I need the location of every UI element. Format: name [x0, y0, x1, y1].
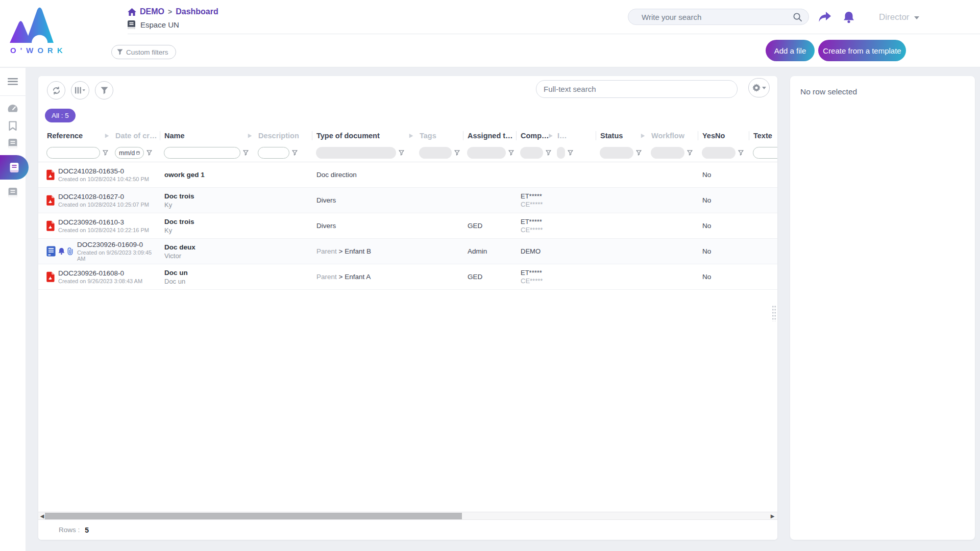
table-filter-row: mm/d	[38, 144, 777, 162]
filter-funnel-icon[interactable]	[146, 150, 152, 156]
app-logo[interactable]: O'WORK	[7, 4, 66, 55]
breadcrumb: DEMO > Dashboard	[128, 7, 218, 16]
column-header-reference[interactable]: Reference▶	[43, 131, 111, 140]
filter-texte-input[interactable]	[753, 147, 777, 159]
column-header-date[interactable]: Date of cr…	[111, 131, 160, 140]
filter-button[interactable]	[95, 81, 113, 99]
table-row[interactable]: DOC241028-01627-0 Created on 10/28/2024 …	[38, 188, 777, 213]
scroll-right-arrow-icon[interactable]: ▶	[770, 513, 775, 519]
cell-assigned: GED	[463, 222, 517, 230]
refresh-button[interactable]	[47, 81, 65, 99]
sidebar-item-ged-active[interactable]	[0, 155, 29, 180]
cell-name: Doc un Doc un	[160, 269, 312, 285]
menu-hamburger-icon[interactable]	[0, 73, 26, 90]
filter-reference-input[interactable]	[46, 147, 100, 159]
notifications-bell-icon[interactable]	[843, 11, 856, 23]
user-menu[interactable]: Director	[879, 12, 919, 22]
panel-resize-handle[interactable]	[772, 305, 776, 321]
filter-funnel-icon[interactable]	[399, 150, 404, 156]
column-header-status[interactable]: Status▶	[596, 131, 647, 140]
filter-funnel-icon[interactable]	[636, 150, 642, 156]
filter-date-input[interactable]: mm/d	[115, 147, 144, 159]
column-header-type[interactable]: Type of document▶	[312, 131, 415, 140]
journal-icon	[10, 163, 19, 172]
calendar-icon[interactable]	[136, 150, 140, 156]
cell-yesno: No	[698, 196, 749, 204]
search-icon[interactable]	[793, 12, 802, 22]
filter-assigned-select[interactable]	[467, 147, 506, 159]
filter-description	[254, 147, 312, 159]
sidebar-item-dashboard[interactable]	[0, 100, 26, 117]
column-header-company[interactable]: Comp…▶	[517, 131, 553, 140]
table-row[interactable]: DOC230926-01608-0 Created on 9/26/2023 3…	[38, 264, 777, 290]
filter-type-select[interactable]	[316, 147, 396, 159]
column-header-texte[interactable]: Texte	[749, 131, 777, 140]
global-search	[628, 9, 809, 25]
cell-reference: w DOC230926-01609-0 Created on 9/26/2023…	[43, 241, 160, 262]
create-from-template-button[interactable]: Create from a template	[818, 40, 906, 61]
column-header-name[interactable]: Name▶	[160, 131, 254, 140]
breadcrumb-current[interactable]: Dashboard	[176, 7, 218, 16]
expand-group-icon[interactable]: ▶	[549, 133, 553, 139]
filter-yesno-select[interactable]	[702, 147, 736, 159]
cell-type: Doc direction	[312, 171, 463, 179]
filter-description-input[interactable]	[258, 147, 289, 159]
horizontal-scrollbar[interactable]: ◀ ▶	[38, 512, 777, 520]
filter-funnel-icon[interactable]	[546, 150, 551, 156]
cell-company: ET***** CE*****	[517, 269, 596, 285]
custom-filters-button[interactable]: Custom filters	[111, 45, 176, 59]
filter-funnel-icon[interactable]	[508, 150, 514, 156]
chevron-down-icon	[914, 16, 919, 19]
column-header-yesno[interactable]: YesNo	[698, 131, 749, 140]
detail-panel: No row selected	[790, 76, 975, 540]
sidebar-divider	[0, 95, 26, 96]
filter-i-select[interactable]	[557, 147, 565, 159]
sidebar	[0, 68, 26, 551]
filter-funnel-icon[interactable]	[243, 150, 249, 156]
table-footer: Rows : 5	[38, 520, 777, 540]
columns-button[interactable]	[71, 81, 89, 99]
cell-name: Doc deux Victor	[160, 243, 312, 260]
column-header-i[interactable]: I…	[553, 131, 596, 140]
filter-type	[312, 147, 415, 159]
table-settings-button[interactable]	[748, 78, 770, 97]
filter-funnel-icon	[101, 87, 108, 94]
filter-funnel-icon[interactable]	[454, 150, 460, 156]
filter-funnel-icon[interactable]	[687, 150, 693, 156]
add-file-button[interactable]: Add a file	[766, 40, 815, 61]
filter-funnel-icon[interactable]	[292, 150, 298, 156]
expand-group-icon[interactable]: ▶	[409, 133, 413, 139]
sidebar-item-bookmarks[interactable]	[0, 117, 26, 135]
column-header-description[interactable]: Description	[254, 131, 312, 140]
sidebar-item-documents[interactable]	[0, 135, 26, 152]
filter-name-input[interactable]	[164, 147, 240, 159]
expand-group-icon[interactable]: ▶	[248, 133, 252, 139]
sidebar-item-archives[interactable]	[0, 184, 26, 201]
filter-funnel-icon[interactable]	[568, 150, 573, 156]
fulltext-search-input[interactable]	[544, 85, 730, 93]
expand-group-icon[interactable]: ▶	[641, 133, 645, 139]
filter-tags	[415, 147, 463, 159]
column-header-assigned[interactable]: Assigned t…	[463, 131, 517, 140]
filter-status-select[interactable]	[600, 147, 633, 159]
column-header-workflow[interactable]: Workflow	[647, 131, 698, 140]
scroll-left-arrow-icon[interactable]: ◀	[39, 513, 45, 519]
global-search-input[interactable]	[642, 13, 793, 21]
table-row[interactable]: DOC241028-01635-0 Created on 10/28/2024 …	[38, 162, 777, 188]
expand-group-icon[interactable]: ▶	[105, 133, 109, 139]
home-icon[interactable]	[128, 8, 136, 16]
filter-funnel-icon[interactable]	[103, 150, 108, 156]
filter-tags-select[interactable]	[419, 147, 452, 159]
breadcrumb-root[interactable]: DEMO	[140, 7, 164, 16]
filter-company-select[interactable]	[520, 147, 543, 159]
scrollbar-thumb[interactable]	[45, 513, 462, 519]
cell-reference: DOC230926-01608-0 Created on 9/26/2023 3…	[43, 269, 160, 284]
columns-icon	[75, 87, 85, 94]
table-row[interactable]: DOC230926-01610-3 Created on 10/28/2024 …	[38, 213, 777, 239]
table-row[interactable]: w DOC230926-01609-0 Created on 9/26/2023…	[38, 239, 777, 264]
share-icon[interactable]	[818, 11, 831, 23]
filter-workflow-select[interactable]	[651, 147, 684, 159]
column-header-tags[interactable]: Tags	[415, 131, 463, 140]
all-rows-badge[interactable]: All : 5	[45, 109, 76, 122]
filter-funnel-icon[interactable]	[738, 150, 744, 156]
